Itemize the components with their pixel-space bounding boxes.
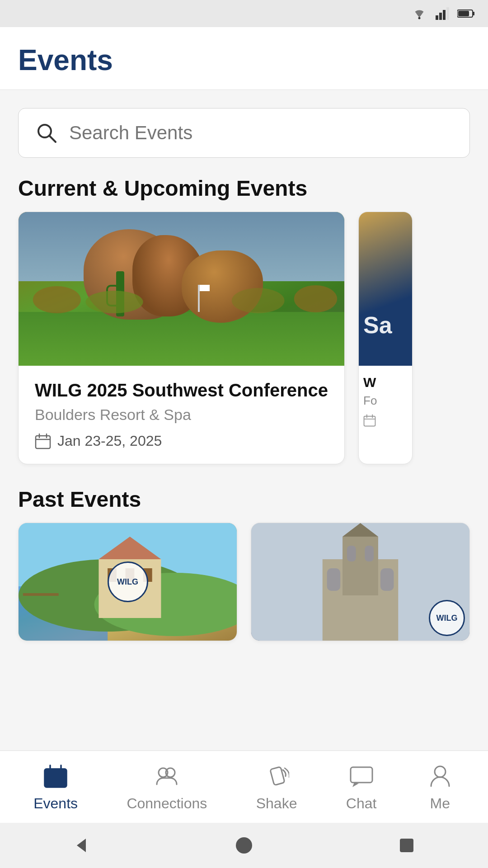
calendar-icon <box>41 762 70 791</box>
svg-rect-48 <box>351 767 372 783</box>
svg-rect-2 <box>439 13 442 20</box>
svg-rect-18 <box>364 416 375 426</box>
bottom-nav: Events Connections Shake <box>0 750 488 823</box>
past-event-image-2: WILG <box>251 523 469 641</box>
event-card-venue: Boulders Resort & Spa <box>35 406 328 424</box>
svg-marker-51 <box>77 839 86 852</box>
svg-rect-6 <box>473 12 474 15</box>
nav-item-events[interactable]: Events <box>24 755 87 819</box>
partial-card-image: Sa <box>359 212 412 366</box>
home-button[interactable] <box>233 834 255 857</box>
current-events-section: Current & Upcoming Events <box>0 167 488 478</box>
event-card-wilg-2025[interactable]: WILG 2025 Southwest Conference Boulders … <box>18 212 345 464</box>
svg-point-50 <box>435 766 446 777</box>
svg-rect-44 <box>48 777 53 782</box>
current-events-heading: Current & Upcoming Events <box>0 167 488 212</box>
past-event-image-1: WILG <box>19 523 237 641</box>
svg-point-10 <box>33 286 81 313</box>
search-bar[interactable] <box>18 108 470 158</box>
nav-label-me: Me <box>430 795 450 812</box>
header: Events <box>0 27 488 90</box>
nav-label-connections: Connections <box>127 795 207 812</box>
svg-rect-14 <box>36 436 50 448</box>
event-card-partial[interactable]: Sa W Fo <box>358 212 413 464</box>
recents-button[interactable] <box>395 834 418 857</box>
partial-card-date-icon <box>363 414 408 427</box>
svg-rect-1 <box>436 15 438 20</box>
svg-rect-37 <box>380 568 394 591</box>
wilg-badge-text-2: WILG <box>436 613 458 623</box>
back-button[interactable] <box>70 834 93 857</box>
search-container <box>0 90 488 167</box>
wilg-badge-2: WILG <box>429 600 465 636</box>
partial-card-title: W <box>363 375 408 390</box>
past-event-card-1[interactable]: WILG <box>18 523 237 641</box>
nav-item-me[interactable]: Me <box>417 755 464 819</box>
past-events-grid: WILG <box>0 523 488 655</box>
chat-icon <box>347 762 376 791</box>
battery-icon <box>457 9 474 19</box>
svg-rect-31 <box>23 593 59 596</box>
nav-item-connections[interactable]: Connections <box>117 755 216 819</box>
wilg-badge-1: WILG <box>108 561 148 602</box>
event-card-date-text: Jan 23-25, 2025 <box>57 433 162 449</box>
search-input[interactable] <box>69 122 453 144</box>
event-card-body: WILG 2025 Southwest Conference Boulders … <box>19 366 344 464</box>
calendar-small-icon <box>35 433 51 449</box>
nav-label-shake: Shake <box>256 795 297 812</box>
partial-card-label: Sa <box>363 311 392 339</box>
wilg-badge-text-1: WILG <box>117 577 138 587</box>
svg-point-12 <box>232 288 285 313</box>
status-bar <box>0 0 488 27</box>
svg-rect-38 <box>347 546 356 561</box>
svg-rect-4 <box>446 7 449 20</box>
svg-rect-39 <box>365 546 374 561</box>
event-card-image <box>19 212 344 366</box>
svg-rect-36 <box>327 568 341 591</box>
partial-card-venue: Fo <box>363 394 408 408</box>
connections-icon <box>152 762 181 791</box>
svg-rect-7 <box>458 11 469 16</box>
svg-line-9 <box>49 136 56 142</box>
svg-rect-53 <box>400 839 413 852</box>
past-event-card-2[interactable]: WILG <box>251 523 470 641</box>
nav-label-chat: Chat <box>346 795 377 812</box>
event-card-date: Jan 23-25, 2025 <box>35 433 328 449</box>
shake-icon <box>262 762 291 791</box>
current-events-scroll[interactable]: WILG 2025 Southwest Conference Boulders … <box>0 212 488 478</box>
partial-card-body: W Fo <box>359 366 412 436</box>
svg-rect-34 <box>343 537 378 595</box>
past-events-heading: Past Events <box>0 478 488 523</box>
svg-rect-40 <box>45 769 66 787</box>
svg-point-0 <box>418 17 421 19</box>
signal-icon <box>436 7 449 20</box>
nav-item-chat[interactable]: Chat <box>337 755 386 819</box>
event-card-title: WILG 2025 Southwest Conference <box>35 380 328 401</box>
search-icon <box>35 121 58 145</box>
system-nav <box>0 823 488 868</box>
svg-point-11 <box>85 291 143 313</box>
svg-point-52 <box>236 837 252 854</box>
svg-point-13 <box>294 285 337 312</box>
page-title: Events <box>18 43 470 77</box>
wifi-icon <box>411 7 427 20</box>
person-icon <box>426 762 455 791</box>
svg-rect-3 <box>443 10 446 20</box>
past-events-section: Past Events <box>0 478 488 655</box>
nav-item-shake[interactable]: Shake <box>247 755 306 819</box>
nav-label-events: Events <box>33 795 78 812</box>
